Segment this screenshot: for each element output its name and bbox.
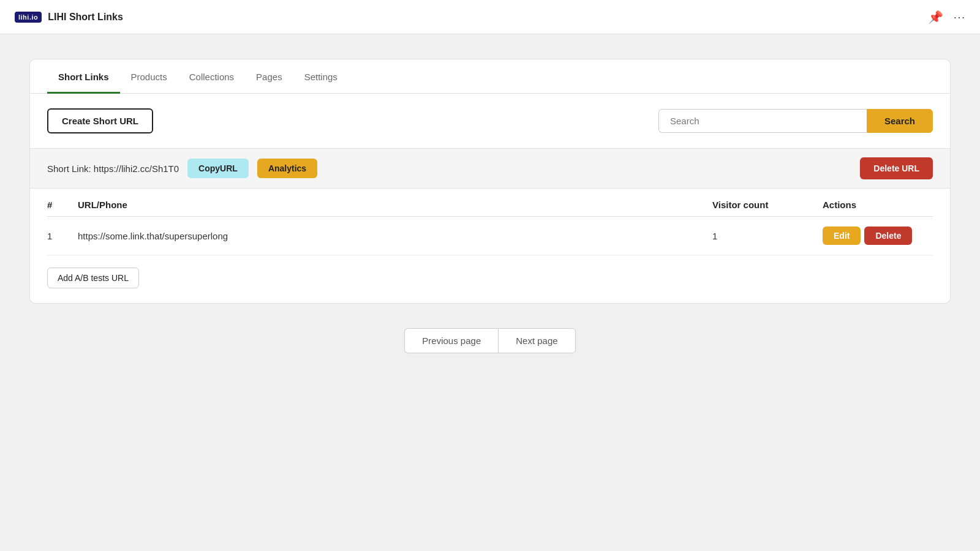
tab-settings[interactable]: Settings	[293, 59, 349, 94]
main-card: Short Links Products Collections Pages S…	[29, 59, 951, 304]
analytics-button[interactable]: Analytics	[257, 159, 317, 178]
tab-short-links[interactable]: Short Links	[47, 59, 120, 94]
add-ab-tests-button[interactable]: Add A/B tests URL	[47, 268, 139, 288]
delete-url-button[interactable]: Delete URL	[860, 157, 933, 179]
topbar: lihi.io LIHI Short Links 📌 ⋯	[0, 0, 980, 34]
search-input[interactable]	[658, 109, 867, 133]
edit-button[interactable]: Edit	[823, 227, 861, 245]
toolbar: Create Short URL Search	[30, 94, 950, 148]
tab-pages[interactable]: Pages	[245, 59, 293, 94]
tab-bar: Short Links Products Collections Pages S…	[30, 59, 950, 94]
table-header: # URL/Phone Visitor count Actions	[47, 189, 933, 217]
row-actions: Edit Delete	[823, 227, 933, 245]
create-short-url-button[interactable]: Create Short URL	[47, 108, 153, 133]
next-page-button[interactable]: Next page	[498, 328, 575, 353]
previous-page-button[interactable]: Previous page	[404, 328, 498, 353]
url-table: # URL/Phone Visitor count Actions 1 http…	[30, 189, 950, 303]
pagination: Previous page Next page	[29, 304, 951, 365]
pin-icon[interactable]: 📌	[928, 10, 943, 24]
row-visitor-count: 1	[712, 231, 823, 241]
main-content: Short Links Products Collections Pages S…	[0, 34, 980, 390]
search-area: Search	[658, 109, 933, 133]
table-row: 1 https://some.link.that/supersuperlong …	[47, 217, 933, 255]
topbar-left: lihi.io LIHI Short Links	[15, 12, 123, 23]
copy-url-button[interactable]: CopyURL	[187, 159, 249, 178]
short-link-row: Short Link: https://lihi2.cc/Sh1T0 CopyU…	[30, 148, 950, 189]
row-url: https://some.link.that/supersuperlong	[78, 231, 712, 241]
row-index: 1	[47, 231, 78, 241]
col-actions: Actions	[823, 200, 933, 210]
delete-row-button[interactable]: Delete	[864, 227, 912, 245]
tab-collections[interactable]: Collections	[178, 59, 245, 94]
logo-badge: lihi.io	[15, 12, 42, 23]
short-link-label: Short Link: https://lihi2.cc/Sh1T0	[47, 163, 179, 174]
short-link-left: Short Link: https://lihi2.cc/Sh1T0 CopyU…	[47, 159, 317, 178]
col-visitor-count: Visitor count	[712, 200, 823, 210]
col-url: URL/Phone	[78, 200, 712, 210]
col-index: #	[47, 200, 78, 210]
search-button[interactable]: Search	[867, 109, 933, 133]
topbar-right: 📌 ⋯	[928, 10, 965, 24]
tab-products[interactable]: Products	[120, 59, 178, 94]
app-title: LIHI Short Links	[48, 12, 123, 23]
more-icon[interactable]: ⋯	[953, 10, 965, 24]
